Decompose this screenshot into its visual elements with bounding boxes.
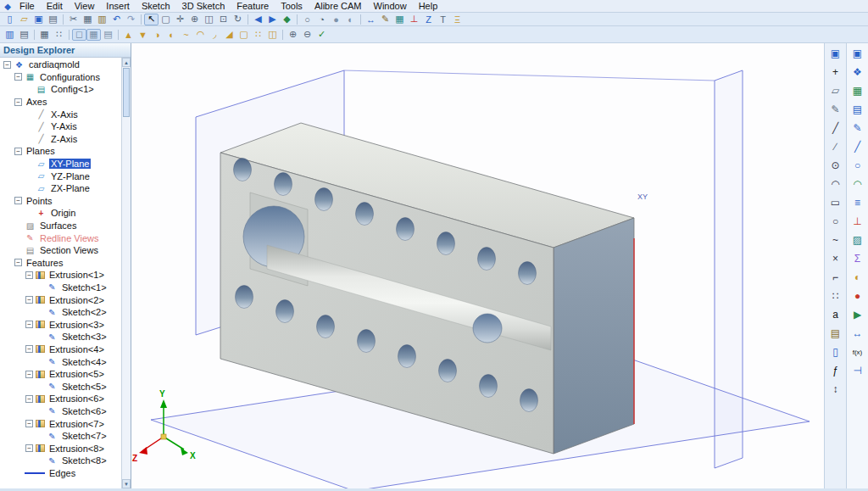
pan-icon[interactable]: ✛ [173, 14, 187, 25]
tree-item-points[interactable]: −Points [0, 195, 120, 208]
snap-points-icon[interactable]: ∷ [52, 29, 66, 41]
explorer-scrollbar[interactable] [121, 58, 131, 488]
equations-icon[interactable]: Σ [849, 252, 865, 265]
drawing-workspace-icon[interactable]: ▤ [849, 103, 865, 116]
model-canvas[interactable]: XY [131, 43, 823, 488]
function-editor-icon[interactable]: f(x) [849, 345, 865, 359]
physical-properties-icon[interactable]: Ξ [450, 14, 465, 25]
tree-item-yz-plane[interactable]: YZ-Plane [0, 170, 120, 182]
grid-toggle-icon[interactable]: ▦ [392, 14, 407, 25]
view-grid-icon[interactable]: ▦ [86, 29, 101, 41]
tree-item-sketch-1-[interactable]: Sketch<1> [0, 282, 120, 294]
chamfer-icon[interactable]: ◢ [222, 29, 236, 41]
trim-icon[interactable]: ⌐ [827, 271, 843, 284]
menu-feature[interactable]: Feature [231, 0, 275, 12]
expand-toggle-icon[interactable]: − [25, 371, 33, 378]
extrude-boss-icon[interactable]: ▲ [121, 29, 136, 41]
render-icon[interactable]: ● [849, 289, 865, 303]
fx-icon[interactable]: ƒ [827, 364, 843, 377]
tree-item-edges[interactable]: Edges [0, 467, 120, 480]
arc-icon[interactable]: ◠ [827, 177, 843, 191]
select-icon[interactable]: ↖ [144, 14, 159, 25]
project-geometry-icon[interactable]: ⊥ [849, 215, 865, 228]
save-icon[interactable]: ▣ [31, 14, 46, 25]
tree-item-extrusion-1-[interactable]: −Extrusion<1> [0, 269, 120, 282]
spline-icon[interactable]: ~ [827, 233, 843, 247]
measure-tool-icon[interactable]: ↔ [849, 326, 865, 340]
snap-grid-icon[interactable]: ▦ [37, 29, 52, 41]
model-viewport[interactable]: XY [131, 43, 824, 488]
circle-tool-icon[interactable]: ○ [849, 159, 865, 172]
menu-alibre-cam[interactable]: Alibre CAM [309, 0, 368, 12]
tree-item-zx-plane[interactable]: ZX-Plane [0, 182, 120, 195]
sweep-icon[interactable]: ~ [179, 29, 193, 41]
part-workspace-icon[interactable]: ❖ [849, 65, 865, 79]
tree-item-x-axis[interactable]: X-Axis [0, 108, 120, 120]
materials-icon[interactable]: ▨ [849, 233, 865, 247]
cut-icon[interactable]: ✂ [66, 14, 81, 25]
mirror-icon[interactable]: ◫ [265, 29, 280, 41]
scrollbar-thumb[interactable] [123, 68, 130, 117]
tree-item-extrusion-3-[interactable]: −Extrusion<3> [0, 318, 120, 331]
tree-item-sketch-3-[interactable]: Sketch<3> [0, 331, 120, 343]
menu-help[interactable]: Help [413, 0, 444, 12]
view-cascade-icon[interactable]: ▤ [101, 29, 115, 41]
tree-item-extrusion-6-[interactable]: −Extrusion<6> [0, 393, 120, 405]
fillet-icon[interactable]: ◞ [208, 29, 222, 41]
tree-item-axes[interactable]: −Axes [0, 96, 120, 109]
expand-toggle-icon[interactable]: − [14, 73, 22, 81]
tree-item-extrusion-8-[interactable]: −Extrusion<8> [0, 442, 120, 455]
open-icon[interactable]: ▱ [17, 14, 31, 25]
zoom-to-fit-icon[interactable]: ⊡ [216, 14, 231, 25]
tree-item-sketch-6-[interactable]: Sketch<6> [0, 405, 120, 418]
expand-toggle-icon[interactable]: − [14, 259, 22, 266]
zoom-window-icon[interactable]: ◫ [202, 14, 216, 25]
tree-item-config-1-[interactable]: Config<1> [0, 83, 120, 96]
tree-item-extrusion-2-[interactable]: −Extrusion<2> [0, 293, 120, 306]
wireframe-display-icon[interactable]: ○ [300, 14, 314, 25]
tree-item-surfaces[interactable]: Surfaces [0, 220, 120, 232]
tree-item-origin[interactable]: Origin [0, 207, 120, 220]
dimension-icon[interactable]: ↕ [827, 382, 843, 396]
expand-toggle-icon[interactable]: − [25, 271, 33, 279]
colors-icon[interactable]: ◐ [849, 271, 865, 284]
tree-item-y-axis[interactable]: Y-Axis [0, 120, 120, 133]
boolean-subtract-icon[interactable]: ⊖ [300, 29, 314, 41]
tree-item-section-views[interactable]: Section Views [0, 244, 120, 257]
tree-item-redline-views[interactable]: Redline Views [0, 232, 120, 244]
snapshot-icon[interactable]: ▣ [827, 47, 843, 60]
view-single-icon[interactable]: ◻ [72, 29, 86, 41]
previous-view-icon[interactable]: ◀ [251, 14, 265, 25]
annotate-icon[interactable]: ✎ [378, 14, 392, 25]
circle-icon[interactable]: ⊙ [827, 159, 843, 172]
expand-toggle-icon[interactable]: − [14, 98, 22, 106]
next-view-icon[interactable]: ▶ [265, 14, 280, 25]
check-part-icon[interactable]: ✓ [314, 29, 329, 41]
tree-item-sketch-5-[interactable]: Sketch<5> [0, 380, 120, 393]
rotate-view-icon[interactable]: ↻ [231, 14, 245, 25]
tree-item-features[interactable]: −Features [0, 257, 120, 270]
text-tool-icon[interactable]: T [436, 14, 450, 25]
design-explorer-toggle-icon[interactable]: ▥ [3, 29, 17, 41]
menu-sketch[interactable]: Sketch [136, 0, 176, 12]
delete-icon[interactable]: × [827, 252, 843, 265]
tree-item-z-axis[interactable]: Z-Axis [0, 133, 120, 146]
menu-edit[interactable]: Edit [41, 0, 69, 12]
arc-tool-icon[interactable]: ◠ [849, 177, 865, 191]
expand-toggle-icon[interactable]: − [25, 444, 33, 452]
tree-item-extrusion-5-[interactable]: −Extrusion<5> [0, 368, 120, 381]
expand-toggle-icon[interactable]: − [14, 197, 22, 204]
view-orientations-icon[interactable]: ◆ [280, 14, 294, 25]
quick-dimension-icon[interactable]: ↔ [364, 14, 378, 25]
reference-axes-icon[interactable]: ⊥ [407, 14, 421, 25]
tree-item-extrusion-4-[interactable]: −Extrusion<4> [0, 343, 120, 356]
loft-icon[interactable]: ◠ [193, 29, 208, 41]
menu-3d-sketch[interactable]: 3D Sketch [176, 0, 231, 12]
tree-item-sketch-4-[interactable]: Sketch<4> [0, 355, 120, 368]
pattern-points-icon[interactable]: ∷ [827, 289, 843, 303]
extrude-preview-icon[interactable]: ▯ [827, 345, 843, 359]
assembly-workspace-icon[interactable]: ▦ [849, 84, 865, 98]
add-node-icon[interactable]: + [827, 65, 843, 79]
tree-item-xy-plane[interactable]: XY-Plane [0, 158, 120, 170]
tree-item-sketch-2-[interactable]: Sketch<2> [0, 306, 120, 319]
